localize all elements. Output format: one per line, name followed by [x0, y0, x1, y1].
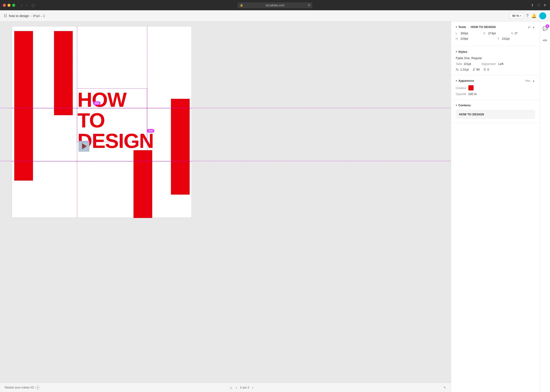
notification-button[interactable]: 🔔 — [531, 13, 536, 18]
play-button[interactable] — [79, 141, 89, 152]
canvas-content: HOW TODESIGN — [0, 21, 451, 383]
guide-h2-ext-right — [192, 161, 451, 161]
new-tab-button[interactable]: + — [543, 2, 547, 9]
comment-button[interactable]: 💬 1 — [541, 24, 549, 33]
prop-x: X 274pt — [483, 32, 507, 35]
contenu-chevron-icon[interactable]: ▾ — [456, 104, 457, 106]
alignement-value: Left — [498, 62, 503, 66]
back-button[interactable]: ‹ — [20, 3, 23, 7]
hex-label: Hex — [525, 79, 530, 83]
opacite-value: 100 % — [468, 92, 477, 96]
footer-left: Réalisé avec Adobe XD ● — [5, 385, 40, 390]
text-value: HOW TO DESIGN — [471, 25, 496, 29]
scale-icon: Aₐ — [456, 68, 459, 71]
footer-nav: ⌂ ‹ 1 sur 2 › — [229, 385, 254, 390]
alignement-prop: Alignement Left — [481, 62, 503, 66]
right-panel: ▾ Texte : HOW TO DESIGN pt ▲ L 300pt X 2… — [451, 21, 540, 392]
prop-row-hy: H 226pt Y 231pt — [456, 37, 535, 40]
titlebar-right: ⬆ □ + — [530, 2, 547, 9]
taille-prop: Taille 101pt — [456, 62, 471, 66]
font-name: Fjalla One, Regular — [456, 56, 535, 60]
fullscreen-button[interactable]: □ — [537, 2, 541, 8]
code-button[interactable]: </> — [541, 36, 549, 44]
styles-chevron-icon[interactable]: ▾ — [456, 50, 457, 53]
zoom-chevron-icon: ▾ — [520, 14, 521, 17]
breadcrumb: how to design › iPad – 1 — [9, 14, 45, 18]
forward-button[interactable]: › — [25, 3, 29, 7]
prop-l: L 300pt — [456, 32, 480, 35]
text-chevron-icon[interactable]: ▾ — [456, 26, 457, 28]
opacity-row: Opacité 100 % — [456, 92, 535, 96]
window-controls — [3, 4, 15, 7]
x-label: X — [483, 32, 487, 35]
ipad-frame: HOW TODESIGN — [12, 26, 192, 218]
footer-right: ✎ — [443, 386, 446, 389]
taille-label: Taille — [456, 62, 462, 66]
y-label: Y — [497, 37, 501, 40]
opacite-label: Opacité — [456, 92, 466, 96]
refresh-button[interactable]: ↻ — [308, 3, 311, 7]
text-section-actions: pt ▲ — [528, 25, 535, 29]
window-toggle-button[interactable]: ▢ — [30, 3, 36, 7]
apparence-sort-icon: ▲ — [532, 79, 535, 83]
right-icons-panel: 💬 1 </> — [540, 21, 550, 392]
main-layout: HOW TODESIGN — [0, 21, 550, 392]
prev-page-button[interactable]: ‹ — [235, 385, 238, 390]
lock-icon: 🔒 — [240, 4, 243, 7]
contenu-text: HOW TO DESIGN — [459, 112, 484, 116]
contenu-label: Contenu — [458, 104, 471, 107]
url-bar-area: 🔒 ↻ — [238, 2, 312, 8]
l-value: 300pt — [460, 32, 468, 35]
breadcrumb-home[interactable]: how to design — [9, 14, 29, 18]
red-rect-4 — [134, 150, 152, 218]
navbar-left: ☷ how to design › iPad – 1 — [4, 14, 45, 18]
red-rect-3 — [171, 99, 190, 195]
help-button[interactable]: ? — [526, 13, 529, 18]
url-wrapper: 🔒 ↻ — [238, 2, 312, 8]
navbar: ☷ how to design › iPad – 1 90 % ▾ ? 🔔 — [0, 10, 550, 21]
minimize-button[interactable] — [7, 4, 11, 7]
taille-value: 101pt — [464, 62, 471, 66]
navbar-right: 90 % ▾ ? 🔔 — [510, 12, 546, 19]
url-input[interactable] — [238, 2, 312, 8]
color-swatch[interactable] — [468, 85, 473, 91]
guide-h-bottom — [12, 161, 192, 162]
text-label: Texte — [458, 25, 466, 29]
play-triangle-icon — [82, 143, 87, 149]
prop-row-lx: L 300pt X 274pt ↻ 0° — [456, 32, 535, 35]
maximize-button[interactable] — [12, 4, 15, 7]
zoom-control[interactable]: 90 % ▾ — [510, 13, 523, 19]
y-value: 231pt — [502, 37, 510, 40]
titlebar: ‹ › ▢ 🔒 ↻ ⬆ □ + — [0, 0, 550, 10]
h-label: H — [456, 37, 459, 40]
next-page-button[interactable]: › — [251, 385, 254, 390]
apparence-chevron-icon[interactable]: ▾ — [456, 79, 457, 82]
prop-h: H 226pt — [456, 37, 494, 40]
l-label: L — [456, 32, 459, 35]
apparence-label: Apparence — [458, 79, 474, 83]
rotate-icon: ↻ — [511, 32, 514, 35]
close-button[interactable] — [3, 4, 6, 7]
canvas-area[interactable]: HOW TODESIGN — [0, 21, 451, 392]
comment-badge: 1 — [546, 24, 549, 28]
avatar[interactable] — [539, 12, 546, 19]
indent-value: 0 — [487, 68, 489, 71]
annotate-icon: ✎ — [443, 386, 446, 389]
breadcrumb-current: iPad – 1 — [33, 14, 45, 18]
styles-section: ▾ Styles Fjalla One, Regular Taille 101p… — [451, 46, 540, 75]
text-unit: pt — [528, 25, 530, 29]
code-icon: </> — [543, 39, 547, 42]
contenu-section-header: ▾ Contenu — [456, 104, 535, 107]
text-sort-icon: ▲ — [532, 25, 535, 29]
home-nav-button[interactable]: ⌂ — [229, 385, 233, 390]
breadcrumb-separator: › — [30, 14, 32, 18]
line-group: ⇵ 99 — [473, 68, 480, 71]
styles-section-header: ▾ Styles — [456, 50, 535, 54]
share-button[interactable]: ⬆ — [530, 2, 535, 8]
indent-group: ☰ 0 — [483, 68, 489, 71]
titlebar-left: ‹ › ▢ — [3, 3, 36, 7]
prop-y: Y 231pt — [497, 37, 535, 40]
h-value: 226pt — [460, 37, 468, 40]
canvas-footer: Réalisé avec Adobe XD ● ⌂ ‹ 1 sur 2 › ✎ — [0, 383, 451, 392]
contenu-section: ▾ Contenu HOW TO DESIGN — [451, 100, 540, 123]
